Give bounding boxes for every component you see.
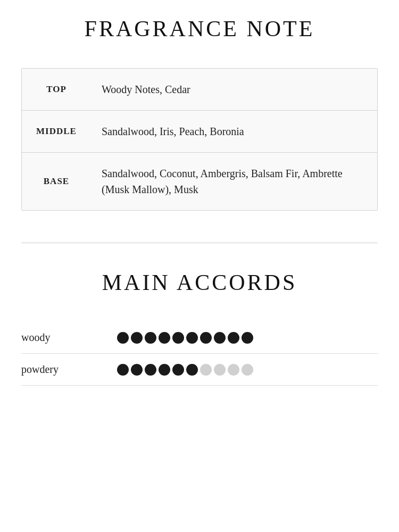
accord-row-woody: woody [21,322,378,354]
row-label-top: TOP [22,71,91,107]
page-container: FRAGRANCE NOTE TOP Woody Notes, Cedar MI… [0,0,399,402]
dot-filled [131,332,143,344]
dot-filled [145,364,156,376]
table-row-base: BASE Sandalwood, Coconut, Ambergris, Bal… [22,153,377,210]
dot-filled [145,332,156,344]
accord-label-powdery: powdery [21,363,117,376]
dot-filled [131,364,143,376]
accord-dots-powdery [117,364,253,376]
dot-filled [242,332,253,344]
dot-filled [228,332,239,344]
dot-empty [200,364,212,376]
row-value-base: Sandalwood, Coconut, Ambergris, Balsam F… [91,153,377,210]
accord-dots-woody [117,332,253,344]
row-label-middle: MIDDLE [22,113,91,149]
dot-filled [159,364,170,376]
dot-filled [186,332,198,344]
dot-empty [242,364,253,376]
dot-filled [172,332,184,344]
dot-filled [200,332,212,344]
dot-empty [228,364,239,376]
accord-label-woody: woody [21,331,117,344]
row-label-base: BASE [22,163,91,200]
section-divider [21,243,378,243]
table-row-middle: MIDDLE Sandalwood, Iris, Peach, Boronia [22,111,377,153]
row-value-middle: Sandalwood, Iris, Peach, Boronia [91,111,377,152]
fragrance-table: TOP Woody Notes, Cedar MIDDLE Sandalwood… [21,68,378,211]
dot-filled [186,364,198,376]
dot-filled [159,332,170,344]
row-value-top: Woody Notes, Cedar [91,69,377,110]
accord-row-powdery: powdery [21,354,378,386]
table-row-top: TOP Woody Notes, Cedar [22,69,377,111]
dot-filled [117,364,129,376]
fragrance-note-title: FRAGRANCE NOTE [21,16,378,41]
dot-filled [117,332,129,344]
dot-filled [172,364,184,376]
dot-empty [214,364,226,376]
main-accords-title: MAIN ACCORDS [21,270,378,295]
dot-filled [214,332,226,344]
